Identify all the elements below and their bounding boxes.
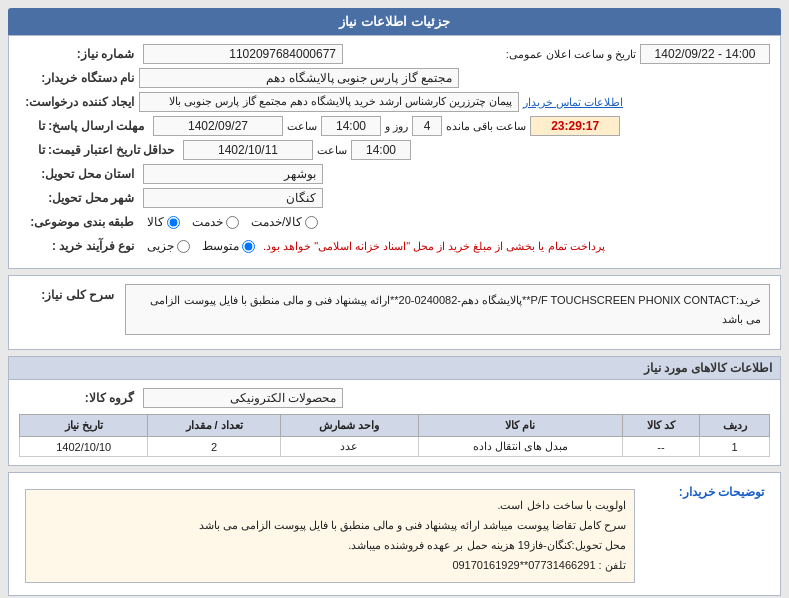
- cell-tarikh: 1402/10/10: [20, 437, 148, 457]
- mohlat-ersal-label: مهلت ارسال پاسخ: تا: [19, 116, 149, 136]
- main-info-section: 1402/09/22 - 14:00 تاریخ و ساعت اعلان عم…: [8, 35, 781, 269]
- ijad-konande-link[interactable]: اطلاعات تماس خریدار: [523, 96, 623, 109]
- col-nam: نام کالا: [418, 415, 622, 437]
- radio-kala-khedmat[interactable]: کالا/خدمت: [251, 215, 318, 229]
- tabaqebandi-label: طبقه بندی موضوعی:: [19, 212, 139, 232]
- shomara-niaz-value: 1102097684000677: [143, 44, 343, 64]
- col-tedad: تعداد / مقدار: [148, 415, 280, 437]
- items-section-title: اطلاعات کالاهای مورد نیاز: [9, 357, 780, 380]
- cell-kod: --: [622, 437, 699, 457]
- ijad-konande-value: پیمان چترزرین کارشناس ارشد خرید پالایشگا…: [139, 92, 519, 112]
- notes-table: توضیحات خریدار: اولویت با ساخت داخل است.…: [19, 481, 770, 586]
- table-row: 1 -- مبدل های انتقال داده عدد 2 1402/10/…: [20, 437, 770, 457]
- notes-line3: محل تحویل:کنگان-فاز19 هزینه حمل بر عهده …: [34, 536, 626, 556]
- sarhe-koli-section: خرید:P/F TOUCHSCREEN PHONIX CONTACT**پال…: [8, 275, 781, 350]
- shahr-value: کنگان: [143, 188, 323, 208]
- countdown-value: 23:29:17: [530, 116, 620, 136]
- col-vahed: واحد شمارش: [280, 415, 418, 437]
- ostan-label: استان محل تحویل:: [19, 164, 139, 184]
- shomara-niaz-label: شماره نیاز:: [19, 44, 139, 64]
- shahr-label: شهر محل تحویل:: [19, 188, 139, 208]
- notes-content: اولویت با ساخت داخل است. سرح کامل تقاضا …: [25, 489, 635, 582]
- notes-section: توضیحات خریدار: اولویت با ساخت داخل است.…: [8, 472, 781, 595]
- notes-line2: سرح کامل تقاضا پیوست میباشد ارائه پیشنها…: [34, 516, 626, 536]
- radio-kala[interactable]: کالا: [147, 215, 180, 229]
- cell-vahed: عدد: [280, 437, 418, 457]
- main-container: جزئیات اطلاعات نیاز 1402/09/22 - 14:00 ت…: [0, 0, 789, 598]
- cell-radif: 1: [700, 437, 770, 457]
- time-value1: 14:00: [321, 116, 381, 136]
- time-value2: 14:00: [351, 140, 411, 160]
- notes-line4: تلفن : 07731466291**09170161929: [34, 556, 626, 576]
- cell-nam: مبدل های انتقال داده: [418, 437, 622, 457]
- nam-dastgah-label: نام دستگاه خریدار:: [19, 68, 139, 88]
- notes-label: توضیحات خریدار:: [641, 483, 768, 584]
- mandeye-label: ساعت باقی مانده: [446, 120, 526, 133]
- radio-motavaset[interactable]: متوسط: [202, 239, 255, 253]
- noie-group: متوسط جزیی: [147, 239, 255, 253]
- hadaghal-label: حداقل تاریخ اعتبار قیمت: تا: [19, 140, 179, 160]
- page-title: جزئیات اطلاعات نیاز: [8, 8, 781, 35]
- ijad-konande-label: ایجاد کننده درخواست:: [19, 92, 139, 112]
- sarhe-koli-label: سرح کلی نیاز:: [19, 284, 119, 305]
- col-radif: ردیف: [700, 415, 770, 437]
- cell-tedad: 2: [148, 437, 280, 457]
- time-label1: ساعت: [287, 120, 317, 133]
- items-section: اطلاعات کالاهای مورد نیاز محصولات الکترو…: [8, 356, 781, 466]
- date-value2: 1402/10/11: [183, 140, 313, 160]
- time-label2: ساعت: [317, 144, 347, 157]
- tabaqebandi-group: کالا/خدمت خدمت کالا: [147, 215, 318, 229]
- noie-farayand-label: نوع فرآیند خرید :: [19, 236, 139, 256]
- noie-note: پرداخت تمام یا بخشی از مبلغ خرید از محل …: [263, 240, 605, 253]
- roz-label: روز و: [385, 120, 408, 133]
- sarhe-koli-value: خرید:P/F TOUCHSCREEN PHONIX CONTACT**پال…: [125, 284, 770, 335]
- nam-dastgah-value: مجتمع گاز پارس جنوبی پالایشگاه دهم: [139, 68, 459, 88]
- tarikh-ealaan-value: 1402/09/22 - 14:00: [640, 44, 770, 64]
- tarikh-ealaan-label: تاریخ و ساعت اعلان عمومی:: [506, 48, 636, 61]
- notes-line1: اولویت با ساخت داخل است.: [34, 496, 626, 516]
- col-tarikh: تاریخ نیاز: [20, 415, 148, 437]
- date-value1: 1402/09/27: [153, 116, 283, 136]
- col-kod: کد کالا: [622, 415, 699, 437]
- radio-jozii[interactable]: جزیی: [147, 239, 190, 253]
- gorohe-kala-label: گروه کالا:: [19, 388, 139, 408]
- ostan-value: بوشهر: [143, 164, 323, 184]
- roz-value: 4: [412, 116, 442, 136]
- radio-khedmat[interactable]: خدمت: [192, 215, 239, 229]
- items-table: ردیف کد کالا نام کالا واحد شمارش تعداد /…: [19, 414, 770, 457]
- gorohe-kala-value: محصولات الکترونیکی: [143, 388, 343, 408]
